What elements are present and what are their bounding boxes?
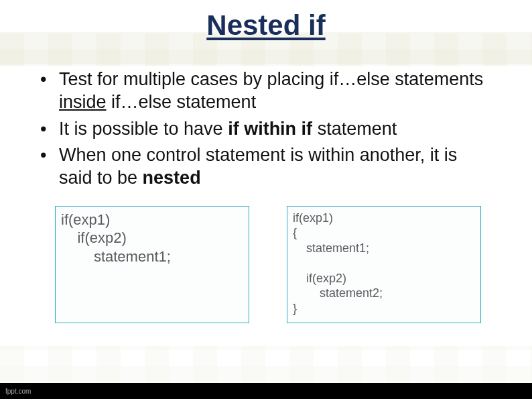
bullet-1: Test for multiple cases by placing if…el… bbox=[40, 68, 492, 114]
code-box-left: if(exp1) if(exp2) statement1; bbox=[55, 206, 249, 324]
bullet-list: Test for multiple cases by placing if…el… bbox=[40, 68, 492, 190]
bullet-3: When one control statement is within ano… bbox=[40, 144, 492, 190]
footer-bar: fppt.com bbox=[0, 383, 532, 399]
bullet-2: It is possible to have if within if stat… bbox=[40, 118, 492, 141]
code-box-right: if(exp1) { statement1; if(exp2) statemen… bbox=[287, 206, 481, 324]
content-area: Test for multiple cases by placing if…el… bbox=[0, 42, 532, 323]
slide: Nested if Test for multiple cases by pla… bbox=[0, 0, 532, 399]
bullet-3-part-b: nested bbox=[143, 168, 201, 188]
decorative-strip-bottom bbox=[0, 346, 532, 382]
footer-text: fppt.com bbox=[5, 388, 31, 395]
bullet-1-part-c: if…else statement bbox=[107, 92, 257, 112]
bullet-3-part-a: When one control statement is within ano… bbox=[59, 145, 457, 188]
bullet-1-part-b: inside bbox=[59, 92, 107, 112]
code-row: if(exp1) if(exp2) statement1; if(exp1) {… bbox=[55, 206, 492, 324]
page-title: Nested if bbox=[0, 0, 532, 42]
bullet-2-part-c: statement bbox=[312, 119, 397, 139]
bullet-2-part-a: It is possible to have bbox=[59, 119, 228, 139]
bullet-2-part-b: if within if bbox=[228, 119, 312, 139]
bullet-1-part-a: Test for multiple cases by placing if…el… bbox=[59, 69, 483, 89]
